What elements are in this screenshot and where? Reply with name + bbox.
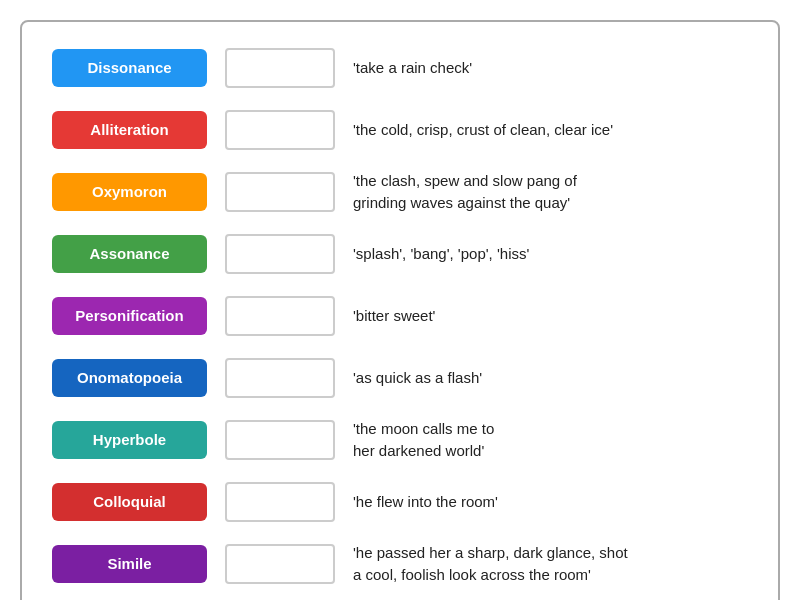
- label-personification[interactable]: Personification: [52, 297, 207, 335]
- match-row: Colloquial'he flew into the room': [52, 476, 748, 528]
- drop-box-hyperbole[interactable]: [225, 420, 335, 460]
- drop-box-simile[interactable]: [225, 544, 335, 584]
- label-assonance[interactable]: Assonance: [52, 235, 207, 273]
- label-simile[interactable]: Simile: [52, 545, 207, 583]
- label-hyperbole[interactable]: Hyperbole: [52, 421, 207, 459]
- quote-alliteration: 'the cold, crisp, crust of clean, clear …: [353, 119, 748, 142]
- quote-hyperbole: 'the moon calls me to her darkened world…: [353, 418, 748, 463]
- quote-oxymoron: 'the clash, spew and slow pang of grindi…: [353, 170, 748, 215]
- label-onomatopoeia[interactable]: Onomatopoeia: [52, 359, 207, 397]
- quote-onomatopoeia: 'as quick as a flash': [353, 367, 748, 390]
- quote-personification: 'bitter sweet': [353, 305, 748, 328]
- label-dissonance[interactable]: Dissonance: [52, 49, 207, 87]
- match-row: Simile'he passed her a sharp, dark glanc…: [52, 538, 748, 590]
- drop-box-colloquial[interactable]: [225, 482, 335, 522]
- drop-box-alliteration[interactable]: [225, 110, 335, 150]
- match-row: Hyperbole'the moon calls me to her darke…: [52, 414, 748, 466]
- label-alliteration[interactable]: Alliteration: [52, 111, 207, 149]
- drop-box-dissonance[interactable]: [225, 48, 335, 88]
- main-container: Dissonance'take a rain check'Alliteratio…: [20, 20, 780, 600]
- drop-box-onomatopoeia[interactable]: [225, 358, 335, 398]
- match-row: Alliteration'the cold, crisp, crust of c…: [52, 104, 748, 156]
- match-row: Onomatopoeia'as quick as a flash': [52, 352, 748, 404]
- label-oxymoron[interactable]: Oxymoron: [52, 173, 207, 211]
- match-row: Dissonance'take a rain check': [52, 42, 748, 94]
- match-row: Personification'bitter sweet': [52, 290, 748, 342]
- drop-box-oxymoron[interactable]: [225, 172, 335, 212]
- match-row: Oxymoron'the clash, spew and slow pang o…: [52, 166, 748, 218]
- quote-dissonance: 'take a rain check': [353, 57, 748, 80]
- drop-box-personification[interactable]: [225, 296, 335, 336]
- match-row: Assonance'splash', 'bang', 'pop', 'hiss': [52, 228, 748, 280]
- quote-colloquial: 'he flew into the room': [353, 491, 748, 514]
- label-colloquial[interactable]: Colloquial: [52, 483, 207, 521]
- drop-box-assonance[interactable]: [225, 234, 335, 274]
- quote-assonance: 'splash', 'bang', 'pop', 'hiss': [353, 243, 748, 266]
- quote-simile: 'he passed her a sharp, dark glance, sho…: [353, 542, 748, 587]
